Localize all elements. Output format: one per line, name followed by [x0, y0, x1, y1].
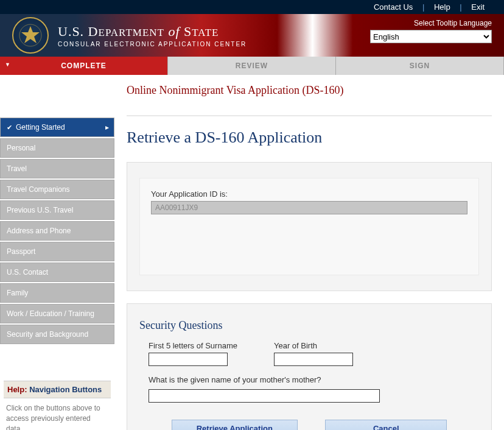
app-id-panel: Your Application ID is:	[127, 162, 492, 291]
help-link[interactable]: Help	[427, 2, 458, 12]
application-title: Online Nonimmigrant Visa Application (DS…	[127, 84, 492, 97]
contact-us-link[interactable]: Contact Us	[366, 2, 420, 12]
header-banner: U.S. DEPARTMENT of STATE CONSULAR ELECTR…	[0, 14, 504, 57]
exit-link[interactable]: Exit	[464, 2, 492, 12]
surname-label: First 5 letters of Surname	[149, 341, 237, 350]
app-id-label: Your Application ID is:	[151, 189, 467, 199]
language-select[interactable]: English	[370, 30, 492, 43]
help-topic: Navigation Buttons	[29, 385, 102, 394]
sidebar-item-us-contact[interactable]: U.S. Contact	[0, 263, 114, 282]
help-label: Help:	[7, 385, 27, 394]
mother-question-label: What is the given name of your mother's …	[149, 375, 479, 384]
year-of-birth-input[interactable]	[274, 353, 353, 366]
retrieve-application-button[interactable]: Retrieve Application	[172, 420, 298, 430]
center-name: CONSULAR ELECTRONIC APPLICATION CENTER	[58, 41, 247, 48]
help-text: Click on the buttons above to access pre…	[4, 398, 111, 430]
security-questions-panel: Security Questions First 5 letters of Su…	[127, 303, 492, 430]
tab-review[interactable]: REVIEW	[168, 57, 336, 75]
surname-input[interactable]	[149, 353, 228, 366]
language-area: Select Tooltip Language English	[370, 19, 492, 43]
app-id-input	[151, 201, 467, 214]
divider	[127, 115, 492, 116]
sidebar-item-previous-us-travel[interactable]: Previous U.S. Travel	[0, 200, 114, 220]
tab-complete[interactable]: COMPLETE	[0, 57, 168, 75]
sidebar-item-passport[interactable]: Passport	[0, 242, 114, 261]
help-title: Help: Navigation Buttons	[4, 381, 111, 398]
sidebar-item-travel[interactable]: Travel	[0, 159, 114, 178]
help-box: Help: Navigation Buttons Click on the bu…	[0, 381, 114, 430]
mother-name-input[interactable]	[149, 389, 380, 403]
sidebar-item-security-background[interactable]: Security and Background	[0, 325, 114, 344]
sidebar-item-getting-started[interactable]: Getting Started	[0, 118, 114, 137]
sidebar-item-address-phone[interactable]: Address and Phone	[0, 221, 114, 241]
state-department-seal-icon	[12, 17, 49, 54]
language-label: Select Tooltip Language	[370, 19, 492, 27]
cancel-button[interactable]: Cancel	[325, 420, 447, 430]
sidebar-item-personal[interactable]: Personal	[0, 138, 114, 158]
sidebar-item-travel-companions[interactable]: Travel Companions	[0, 180, 114, 199]
security-title: Security Questions	[139, 319, 479, 332]
progress-tabs: COMPLETE REVIEW SIGN	[0, 57, 504, 75]
top-nav: Contact Us | Help | Exit	[0, 0, 504, 14]
sidebar: Getting Started Personal Travel Travel C…	[0, 75, 114, 430]
sidebar-item-work-education[interactable]: Work / Education / Training	[0, 304, 114, 323]
year-label: Year of Birth	[274, 341, 353, 350]
content-area: Online Nonimmigrant Visa Application (DS…	[114, 75, 504, 430]
department-name: U.S. DEPARTMENT of STATE	[58, 24, 247, 40]
header-text: U.S. DEPARTMENT of STATE CONSULAR ELECTR…	[58, 24, 247, 48]
separator: |	[422, 2, 424, 12]
tab-sign[interactable]: SIGN	[336, 57, 504, 75]
separator: |	[460, 2, 461, 12]
sidebar-item-family[interactable]: Family	[0, 283, 114, 303]
page-title: Retrieve a DS-160 Application	[127, 129, 492, 147]
